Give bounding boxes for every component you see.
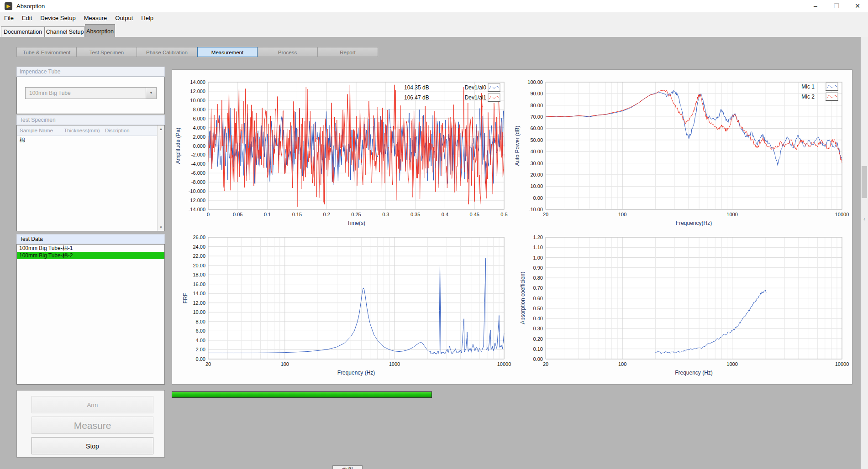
control-buttons-panel: ArmMeasureStop [16,390,165,458]
svg-text:104.35 dB: 104.35 dB [404,84,429,91]
svg-text:0.70: 0.70 [533,285,543,291]
list-item[interactable]: 100mm Big Tube-棉-1 [17,245,164,252]
window-title: Absorption [16,3,45,10]
test-specimen-label: Test Specimen [20,117,56,123]
svg-text:70.00: 70.00 [530,114,543,120]
svg-text:40.00: 40.00 [530,149,543,154]
arm-button[interactable]: Arm [32,396,153,413]
svg-text:0.00: 0.00 [196,356,205,362]
svg-text:1000: 1000 [726,361,737,367]
svg-text:Frequency(Hz): Frequency(Hz) [676,220,712,226]
specimen-table-head: Sample NameThickness(mm)Discription [17,125,164,136]
svg-text:0.3: 0.3 [382,212,389,217]
svg-text:10.00: 10.00 [193,309,205,315]
chevron-left-icon[interactable]: ‹ [861,216,868,223]
svg-text:Frequency (Hz): Frequency (Hz) [337,370,375,376]
svg-text:1.00: 1.00 [533,255,543,261]
svg-text:0.20: 0.20 [533,336,543,342]
close-button[interactable]: ✕ [847,0,868,12]
specimen-table-scrollbar[interactable]: ▲ ▼ [157,125,164,231]
svg-text:1.10: 1.10 [533,245,543,250]
svg-text:0.45: 0.45 [469,212,479,217]
table-row[interactable]: 棉 [17,136,164,144]
maximize-button[interactable]: ❐ [826,0,847,12]
tab-absorption[interactable]: Absorption [85,24,115,37]
svg-text:Mic 2: Mic 2 [801,94,815,100]
svg-text:0.2: 0.2 [323,212,330,217]
menu-item-edit[interactable]: Edit [18,12,36,24]
menu-item-output[interactable]: Output [111,12,137,24]
svg-text:Mic 1: Mic 1 [801,83,815,90]
svg-text:30.00: 30.00 [530,161,543,166]
svg-text:100.00: 100.00 [527,79,543,85]
scroll-up-icon[interactable]: ▲ [158,127,164,131]
test-data-header: Test Data [16,234,165,244]
svg-text:20.00: 20.00 [193,263,205,268]
svg-text:0.1: 0.1 [264,212,271,217]
scroll-down-icon[interactable]: ▼ [158,225,164,229]
svg-text:Time(s): Time(s) [347,220,365,226]
impedance-tube-header: Impendace Tube [16,67,165,77]
bottom-partial-tab[interactable]: 画图 [332,465,363,469]
menu-item-help[interactable]: Help [137,12,158,24]
test-data-list: 100mm Big Tube-棉-1100mm Big Tube-棉-2 [16,244,165,385]
chart-panel: -14.000-12.000-10.000-8.000-6.000-4.000-… [172,69,852,385]
subtab-phase-calibration[interactable]: Phase Calibration [137,47,197,57]
svg-text:0.30: 0.30 [533,326,543,331]
tube-dropdown[interactable]: 100mm Big Tube ▼ [25,87,157,99]
impedance-tube-box: 100mm Big Tube ▼ [16,77,165,114]
impedance-tube-label: Impendace Tube [20,68,60,75]
svg-text:80.00: 80.00 [530,103,543,108]
svg-text:20: 20 [543,361,548,367]
svg-text:22.00: 22.00 [193,253,205,259]
svg-text:20.00: 20.00 [530,172,543,177]
svg-text:Frequency (Hz): Frequency (Hz) [675,370,713,376]
column-header-discription: Discription [102,125,153,135]
subtab-process[interactable]: Process [258,47,318,57]
subtab-report[interactable]: Report [318,47,378,57]
chevron-down-icon[interactable]: ▼ [146,88,156,99]
svg-text:-12.000: -12.000 [189,198,205,203]
subtab-tube-environment[interactable]: Tube & Environment [16,47,77,57]
menu-item-device-setup[interactable]: Device Setup [36,12,79,24]
svg-text:12.00: 12.00 [193,300,205,306]
vertical-scrollbar[interactable]: ‹ [861,37,868,469]
svg-text:60.00: 60.00 [530,125,543,131]
svg-text:12.000: 12.000 [190,89,205,94]
svg-text:16.00: 16.00 [193,281,205,287]
progress-bar [172,391,432,398]
measure-button[interactable]: Measure [32,417,153,434]
svg-text:50.00: 50.00 [530,137,543,143]
stop-button[interactable]: Stop [32,437,153,454]
list-item[interactable]: 100mm Big Tube-棉-2 [17,252,164,259]
subtab-measurement[interactable]: Measurement [197,47,258,57]
minimize-button[interactable]: – [805,0,826,12]
document-tabs: DocumentationChannel SetupAbsorption [0,24,868,37]
svg-text:0.4: 0.4 [442,212,448,217]
svg-text:2.00: 2.00 [196,347,205,352]
cell [102,136,153,144]
svg-text:0.50: 0.50 [533,306,543,311]
svg-text:Amplitude (Pa): Amplitude (Pa) [175,128,181,164]
svg-text:-10.00: -10.00 [529,207,543,212]
svg-text:18.00: 18.00 [193,272,205,277]
tube-dropdown-value: 100mm Big Tube [29,90,71,96]
scrollbar-thumb[interactable] [862,166,867,198]
svg-text:-8.000: -8.000 [191,179,205,185]
svg-text:20: 20 [205,361,211,367]
svg-text:24.00: 24.00 [193,244,205,250]
test-specimen-header: Test Specimen [16,115,165,125]
test-specimen-table: Sample NameThickness(mm)Discription 棉 ▲ … [16,125,165,231]
specimen-table-rows: 棉 [17,136,164,144]
svg-text:0: 0 [207,212,210,217]
svg-text:0.80: 0.80 [533,275,543,281]
svg-text:14.000: 14.000 [190,79,205,85]
svg-text:4.000: 4.000 [193,125,205,130]
menu-item-measure[interactable]: Measure [80,12,111,24]
svg-text:8.00: 8.00 [196,319,205,324]
menu-item-file[interactable]: File [0,12,18,24]
tab-documentation[interactable]: Documentation [1,26,45,37]
subtab-test-specimen[interactable]: Test Specimen [77,47,137,57]
svg-text:0.00: 0.00 [533,356,543,362]
tab-channel-setup[interactable]: Channel Setup [45,26,85,37]
